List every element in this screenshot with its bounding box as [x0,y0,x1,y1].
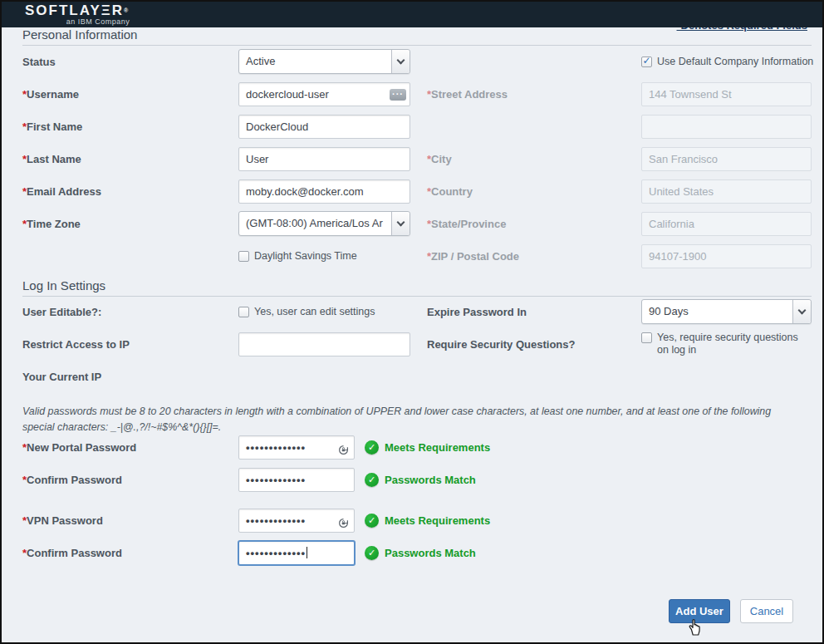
cancel-button[interactable]: Cancel [740,599,793,623]
street-address-input: 144 Townsend St [641,82,812,106]
portal-password-group: *New Portal Password ••••••••••••• ✓ Mee… [22,435,490,492]
your-current-ip-label: Your Current IP [22,371,238,383]
username-input[interactable]: dockercloud-user [238,82,410,106]
first-name-label: *First Name [22,120,238,133]
check-circle-icon: ✓ [365,514,379,528]
require-security-questions-checkbox[interactable] [641,332,652,343]
user-editable-checkbox-label: Yes, user can edit settings [254,306,375,318]
top-header-bar: SOFTLAYΞR® an IBM Company [2,2,822,27]
restrict-access-ip-label: Restrict Access to IP [22,338,238,351]
country-input: United States [641,179,812,204]
vpn-password-group: *VPN Password ••••••••••••• ✓ Meets Requ… [22,509,490,565]
expire-password-select[interactable]: 90 Days [641,299,812,324]
zip-postal-code-label: *ZIP / Postal Code [427,250,641,263]
check-circle-icon: ✓ [365,546,379,560]
new-portal-password-input[interactable]: ••••••••••••• [238,435,355,460]
confirm-portal-password-input[interactable]: ••••••••••••• [238,468,355,492]
vpn-password-input[interactable]: ••••••••••••• [238,509,355,533]
first-name-input[interactable]: DockerCloud [238,115,410,139]
user-editable-checkbox[interactable] [238,307,249,317]
ellipsis-button[interactable] [390,89,406,101]
confirm-portal-password-status: ✓ Passwords Match [365,473,490,487]
user-editable-row: Yes, user can edit settings [238,306,410,318]
restrict-access-ip-input[interactable] [238,332,410,356]
new-portal-password-label: *New Portal Password [22,441,238,454]
vpn-password-status: ✓ Meets Requirements [365,514,490,528]
city-label: *City [427,153,641,165]
cursor-pointer-icon [685,617,705,640]
softlayer-logo: SOFTLAYΞR® an IBM Company [25,3,130,26]
new-portal-password-status: ✓ Meets Requirements [365,440,490,455]
time-zone-select[interactable]: (GMT-08:00) America/Los Ar [238,211,410,236]
password-requirements-note: Valid passwords must be 8 to 20 characte… [22,404,803,435]
chevron-down-icon [792,300,811,323]
confirm-vpn-password-label: *Confirm Password [22,547,238,559]
last-name-label: *Last Name [22,153,238,165]
confirm-vpn-password-input[interactable]: ••••••••••••• [238,541,355,565]
registered-mark: ® [124,7,130,13]
state-province-input: California [641,212,812,236]
text-caret [307,547,307,558]
personal-info-left-column: Status Active *Username dockercloud-user… [22,49,410,268]
check-circle-icon: ✓ [365,473,379,487]
last-name-input[interactable]: User [238,147,410,171]
chevron-down-icon [391,50,410,73]
personal-info-right-column: Use Default Company Information *Street … [427,49,812,268]
time-zone-label: *Time Zone [22,218,238,230]
zip-postal-code-input: 94107-1900 [641,244,812,268]
state-province-label: *State/Province [427,218,641,230]
check-circle-icon: ✓ [365,440,379,455]
street-address-label: *Street Address [427,88,641,101]
logo-text: SOFTLAYΞR [25,2,124,18]
use-default-company-label: Use Default Company Information [657,56,813,68]
expire-password-label: Expire Password In [427,306,641,318]
add-user-page: *Denotes Required Fields SOFTLAYΞR® an I… [0,0,824,644]
confirm-portal-password-label: *Confirm Password [22,474,238,486]
user-editable-label: User Editable?: [22,306,238,318]
daylight-savings-label: Daylight Savings Time [254,250,357,263]
confirm-vpn-password-status: ✓ Passwords Match [365,546,490,560]
log-in-settings-heading: Log In Settings [22,278,812,297]
use-default-company-checkbox[interactable] [641,57,652,67]
country-label: *Country [427,185,641,198]
require-security-questions-row: Yes, require security questions on log i… [641,332,812,356]
generate-password-icon[interactable] [337,441,350,460]
street-address2-input [641,115,812,139]
generate-password-icon[interactable] [337,514,350,533]
logo-subtitle: an IBM Company [25,17,130,26]
require-security-questions-checkbox-label: Yes, require security questions on log i… [657,332,812,356]
status-label: Status [22,56,238,68]
daylight-savings-row: Daylight Savings Time [238,250,410,263]
login-settings-right-column: Expire Password In 90 Days Require Secur… [427,299,812,356]
username-label: *Username [22,88,238,101]
daylight-savings-checkbox[interactable] [238,251,249,262]
city-input: San Francisco [641,147,812,171]
vpn-password-label: *VPN Password [22,514,238,527]
chevron-down-icon [391,212,410,235]
status-select[interactable]: Active [238,49,410,74]
email-address-label: *Email Address [22,185,238,198]
login-settings-left-column: User Editable?: Yes, user can edit setti… [22,299,410,389]
use-default-company-row: Use Default Company Information [641,56,812,68]
email-address-input[interactable]: moby.dock@docker.com [238,179,410,204]
require-security-questions-label: Require Security Questions? [427,338,641,351]
